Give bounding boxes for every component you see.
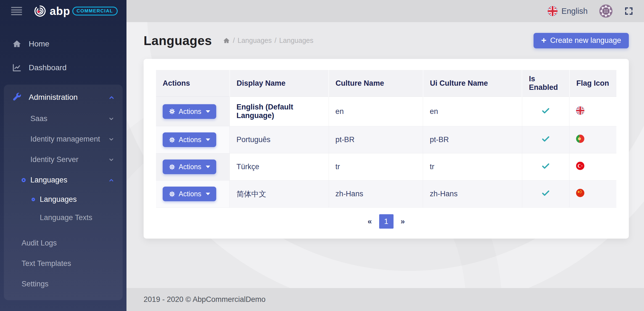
sidebar-item-language-texts[interactable]: Language Texts <box>4 208 123 227</box>
sidebar-item-text-templates[interactable]: Text Templates <box>4 253 123 274</box>
abp-logo-icon <box>34 5 46 17</box>
pagination-prev-button[interactable]: « <box>360 217 379 226</box>
sidebar-item-label: Settings <box>22 280 49 288</box>
table-row: Actions简体中文zh-Hanszh-Hans <box>156 181 616 208</box>
actions-cell: Actions <box>156 126 230 153</box>
create-new-language-button[interactable]: + Create new language <box>534 33 629 48</box>
sidebar-item-dashboard[interactable]: Dashboard <box>0 56 126 80</box>
wrench-icon <box>12 93 22 102</box>
chevron-down-icon <box>108 115 115 122</box>
gb-flag-icon <box>576 106 584 115</box>
ui-culture-name-cell: pt-BR <box>423 126 522 153</box>
check-icon <box>541 164 550 172</box>
chevron-down-icon <box>108 136 115 142</box>
sidebar-item-label: Text Templates <box>22 259 71 268</box>
plus-icon: + <box>541 36 547 45</box>
sidebar-item-label: Administration <box>29 93 78 102</box>
sidebar-item-saas[interactable]: Saas <box>4 108 123 129</box>
sidebar-item-languages[interactable]: Languages <box>4 190 123 208</box>
caret-down-icon <box>206 166 210 168</box>
check-icon <box>541 108 550 117</box>
language-switcher[interactable]: English <box>548 6 588 16</box>
caret-down-icon <box>206 110 210 113</box>
column-header-is-enabled: Is Enabled <box>522 70 569 97</box>
languages-table: Actions Display Name Culture Name Ui Cul… <box>156 70 616 208</box>
culture-name-cell: zh-Hans <box>329 181 423 208</box>
is-enabled-cell <box>522 126 569 153</box>
row-actions-button[interactable]: Actions <box>163 160 216 174</box>
row-actions-button[interactable]: Actions <box>163 132 216 147</box>
main-content: Languages / Languages / Languages + Crea… <box>126 22 644 288</box>
sidebar-item-label: Languages <box>40 195 77 204</box>
brand-name: abp <box>50 6 70 17</box>
sidebar-item-settings[interactable]: Settings <box>4 274 123 294</box>
table-row: ActionsEnglish (Default Language)enen <box>156 97 616 126</box>
ui-culture-name-cell: zh-Hans <box>423 181 522 208</box>
culture-name-cell: tr <box>329 153 423 181</box>
pt-flag-icon <box>576 135 584 143</box>
breadcrumb-home-icon[interactable] <box>223 37 230 44</box>
flag-icon-cell <box>569 126 616 153</box>
table-header-row: Actions Display Name Culture Name Ui Cul… <box>156 70 616 97</box>
actions-button-label: Actions <box>179 190 201 198</box>
actions-button-label: Actions <box>179 108 201 116</box>
hamburger-menu-icon[interactable] <box>11 7 22 15</box>
page-title: Languages <box>144 33 212 48</box>
pagination-page-1-button[interactable]: 1 <box>379 214 394 229</box>
actions-cell: Actions <box>156 97 230 126</box>
flag-icon-cell <box>569 153 616 181</box>
home-icon <box>12 39 22 49</box>
caret-down-icon <box>206 193 210 195</box>
sidebar-item-label: Identity Server <box>30 155 78 164</box>
flag-icon-cell <box>569 181 616 208</box>
sidebar-item-label: Identity management <box>30 135 100 143</box>
display-name-cell: Português <box>230 126 329 153</box>
fullscreen-icon[interactable] <box>624 6 634 16</box>
caret-down-icon <box>206 138 210 141</box>
column-header-ui-culture-name: Ui Culture Name <box>423 70 522 97</box>
pagination-next-button[interactable]: » <box>394 217 412 226</box>
topbar: English <box>126 0 644 22</box>
current-language-label: English <box>561 7 588 16</box>
brand-logo[interactable]: abp COMMERCIAL <box>34 5 118 17</box>
gear-icon <box>169 108 175 115</box>
breadcrumb-link[interactable]: Languages <box>279 36 313 45</box>
column-header-culture-name: Culture Name <box>329 70 423 97</box>
brand-badge: COMMERCIAL <box>72 7 118 15</box>
gear-icon <box>169 191 175 197</box>
gear-icon <box>169 137 175 143</box>
is-enabled-cell <box>522 97 569 126</box>
tr-flag-icon <box>576 162 584 170</box>
sidebar-item-identity-server[interactable]: Identity Server <box>4 149 123 170</box>
actions-button-label: Actions <box>179 136 201 144</box>
sidebar-item-label: Dashboard <box>29 63 67 72</box>
sidebar: abp COMMERCIAL Home Dashboard Administra… <box>0 0 126 311</box>
is-enabled-cell <box>522 181 569 208</box>
dot-circle-icon <box>22 178 26 182</box>
copyright-text: 2019 - 2020 © AbpCommercialDemo <box>144 295 266 304</box>
sidebar-item-home[interactable]: Home <box>0 32 126 56</box>
sidebar-item-administration[interactable]: Administration <box>4 86 123 108</box>
chevron-down-icon <box>108 156 115 163</box>
page-header: Languages / Languages / Languages + Crea… <box>144 22 629 59</box>
uk-flag-icon <box>548 6 558 16</box>
user-avatar[interactable] <box>599 4 613 18</box>
sidebar-header: abp COMMERCIAL <box>0 0 126 22</box>
sidebar-item-label: Audit Logs <box>22 239 57 247</box>
flag-icon-cell <box>569 97 616 126</box>
cn-flag-icon <box>576 189 584 197</box>
sidebar-item-audit-logs[interactable]: Audit Logs <box>4 233 123 253</box>
check-icon <box>541 191 550 199</box>
create-button-label: Create new language <box>550 36 621 45</box>
column-header-flag-icon: Flag Icon <box>569 70 616 97</box>
sidebar-item-label: Language Texts <box>40 213 92 222</box>
breadcrumb-link[interactable]: Languages <box>237 36 272 45</box>
sidebar-item-languages-group[interactable]: Languages <box>4 170 123 190</box>
culture-name-cell: pt-BR <box>329 126 423 153</box>
ui-culture-name-cell: en <box>423 97 522 126</box>
sidebar-item-label: Languages <box>30 176 67 184</box>
sidebar-item-identity-management[interactable]: Identity management <box>4 129 123 149</box>
table-row: ActionsTürkçetrtr <box>156 153 616 181</box>
row-actions-button[interactable]: Actions <box>163 104 216 119</box>
row-actions-button[interactable]: Actions <box>163 187 216 201</box>
